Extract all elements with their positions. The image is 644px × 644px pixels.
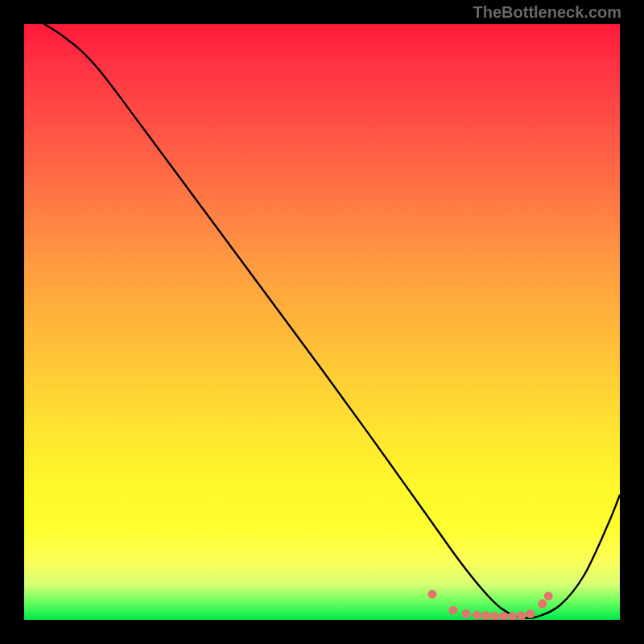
minimum-marker-dot <box>427 590 436 599</box>
minimum-marker-dot <box>538 600 547 609</box>
minimum-marker-dot <box>508 612 517 620</box>
attribution-text: TheBottleneck.com <box>473 3 621 22</box>
minimum-markers <box>427 590 552 620</box>
minimum-marker-dot <box>499 612 508 620</box>
minimum-marker-dot <box>448 606 457 615</box>
marker-layer <box>24 24 620 620</box>
minimum-marker-dot <box>490 612 499 620</box>
plot-area <box>24 24 620 620</box>
minimum-marker-dot <box>481 611 490 620</box>
minimum-marker-dot <box>544 592 553 601</box>
minimum-marker-dot <box>526 609 535 618</box>
minimum-marker-dot <box>517 611 526 620</box>
minimum-marker-dot <box>473 611 481 620</box>
minimum-marker-dot <box>462 609 471 618</box>
